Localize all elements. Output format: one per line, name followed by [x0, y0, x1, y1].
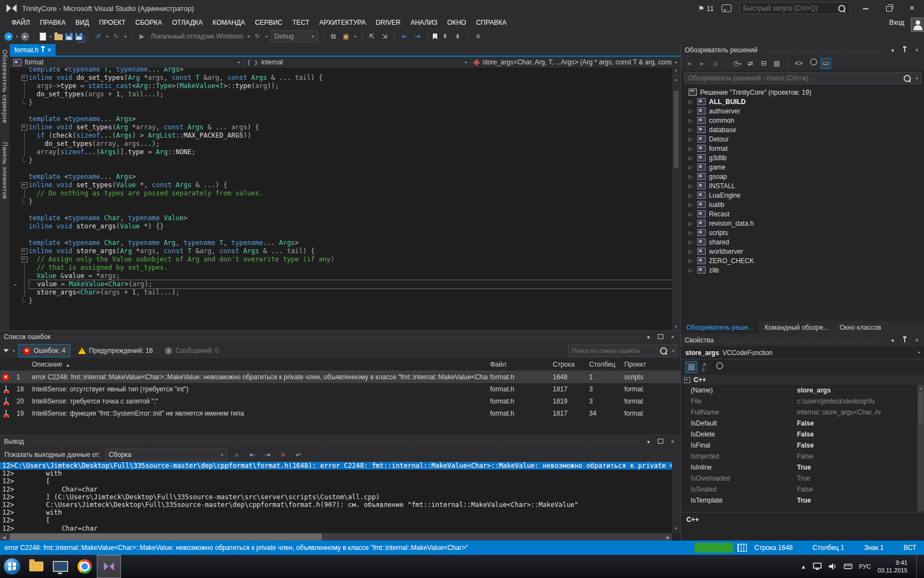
collapse-all-icon[interactable]: ⊟	[759, 59, 768, 67]
expand-arrow-icon[interactable]: ▷	[689, 183, 694, 189]
expand-arrow-icon[interactable]: ▷	[689, 146, 694, 151]
menu-item[interactable]: ВИД	[70, 18, 94, 28]
window-position-icon[interactable]: ▾	[645, 439, 652, 445]
code-line[interactable]: // Do nothing as types are passed separa…	[10, 189, 680, 198]
fold-toggle-icon[interactable]	[21, 257, 28, 263]
feedback-icon[interactable]	[722, 4, 732, 12]
navigate-forward-icon[interactable]: ▸	[21, 32, 29, 41]
goto-definition-icon[interactable]: ⇱	[367, 31, 377, 41]
code-line[interactable]	[10, 165, 680, 173]
object-combobox[interactable]: store_args VCCodeFunction ▾	[681, 346, 924, 359]
solution-tree-item[interactable]: ▷common	[681, 116, 924, 125]
maximize-panel-icon[interactable]	[657, 439, 664, 445]
property-row[interactable]: IsDefaultFalse	[681, 418, 924, 429]
open-file-icon[interactable]	[54, 34, 63, 40]
solution-tree-item[interactable]: ▷shared	[681, 237, 924, 247]
menu-item[interactable]: ФАЙЛ	[7, 18, 35, 28]
column-description[interactable]: Описание▲	[30, 361, 488, 368]
language-indicator[interactable]: РУС	[859, 563, 871, 570]
show-all-files-icon[interactable]: ▤	[772, 59, 782, 67]
errors-toggle[interactable]: ✕Ошибок: 4	[18, 344, 70, 357]
restart-dropdown[interactable]: ▾	[266, 34, 268, 39]
editor-vertical-scrollbar[interactable]: ▾ ▲ ▼	[672, 68, 680, 330]
expand-arrow-icon[interactable]: ▷	[689, 230, 694, 236]
close-button[interactable]: ×	[904, 3, 920, 13]
menu-item[interactable]: АНАЛИЗ	[405, 18, 442, 28]
output-vertical-scrollbar[interactable]: ▼	[672, 450, 680, 533]
property-row[interactable]: IsOverloadedTrue	[681, 473, 924, 484]
property-row[interactable]: Filec:\users\jimteck\desktop\fu	[681, 396, 924, 407]
solution-tree-item[interactable]: ▷gsoap	[681, 172, 924, 181]
property-row[interactable]: IsInlineTrue	[681, 462, 924, 473]
indent-icon[interactable]: ⇥	[413, 31, 422, 41]
column-file[interactable]: Файл	[488, 361, 551, 368]
scroll-up-icon[interactable]: ▲	[672, 76, 680, 83]
search-options-dropdown[interactable]: ▾	[916, 76, 918, 81]
output-source-combobox[interactable]: Сборка▾	[105, 449, 227, 461]
output-line[interactable]: 12> with	[0, 509, 680, 516]
code-line[interactable]: inline void do_set_types(Arg *args, cons…	[10, 74, 680, 82]
clear-all-icon[interactable]: ✕	[278, 451, 289, 459]
scrollbar-thumb[interactable]	[10, 533, 322, 541]
output-line[interactable]: 12> Char=char	[0, 486, 680, 493]
fold-toggle-icon[interactable]	[21, 124, 28, 130]
property-row[interactable]: FullNameinternal::store_args<Char, Ar	[681, 407, 924, 418]
toggle-bookmark-icon[interactable]	[433, 34, 437, 40]
menu-item[interactable]: СПРАВКА	[471, 18, 512, 28]
scroll-left-icon[interactable]: ◀	[0, 535, 8, 540]
close-panel-icon[interactable]: ×	[913, 337, 921, 343]
window-position-icon[interactable]: ▾	[645, 334, 652, 340]
property-row[interactable]: IsFinalFalse	[681, 440, 924, 451]
solution-tree-item[interactable]: ▷ALL_BUILD	[681, 97, 924, 106]
error-row[interactable]: 19IntelliSense: функция "fmt::SystemErro…	[0, 407, 680, 419]
taskbar-visual-studio-icon[interactable]	[97, 555, 121, 578]
solution-tree-item[interactable]: ▷scripts	[681, 228, 924, 237]
next-message-icon[interactable]: ⇥	[262, 451, 273, 459]
expand-arrow-icon[interactable]: ▷	[689, 99, 694, 105]
code-line[interactable]: template <typename Char, typename Arg, t…	[10, 239, 680, 247]
sync-with-active-document-icon[interactable]: ⇄	[746, 59, 755, 67]
splitter-grip[interactable]: ▾	[672, 68, 680, 76]
solution-tree-item[interactable]: ▷database	[681, 125, 924, 134]
side-tab[interactable]: Обозреватель серверов	[2, 50, 8, 123]
find-dropdown[interactable]: ▾	[354, 34, 356, 39]
expand-arrow-icon[interactable]: ▷	[689, 127, 694, 133]
expand-arrow-icon[interactable]: ▷	[689, 155, 694, 161]
preview-selected-items-icon[interactable]: ▭	[821, 58, 831, 69]
output-horizontal-scrollbar[interactable]: ◀ ▶	[0, 533, 672, 541]
code-line[interactable]: template <typename... Args>	[10, 173, 680, 181]
window-position-icon[interactable]: ▾	[889, 337, 897, 343]
code-line[interactable]: // Assign only the Value subobject of Ar…	[10, 255, 680, 264]
redo-dropdown[interactable]: ▾	[124, 34, 127, 39]
menu-item[interactable]: DRIVER	[371, 18, 405, 28]
volume-icon[interactable]	[828, 563, 837, 570]
tab-command-explorer[interactable]: Командный обозре...	[759, 321, 834, 334]
collapse-category-icon[interactable]	[684, 377, 690, 383]
fold-toggle-icon[interactable]	[21, 75, 28, 81]
code-line[interactable]: template <typename... Args>	[10, 115, 680, 123]
expand-arrow-icon[interactable]: ▷	[689, 239, 694, 245]
fold-toggle-icon[interactable]	[21, 182, 28, 188]
warnings-toggle[interactable]: Предупреждений: 16	[74, 345, 157, 357]
menu-item[interactable]: ПРАВКА	[35, 18, 70, 28]
navigate-back-icon[interactable]: ◂	[4, 32, 13, 41]
solution-tree-item[interactable]: ▷Recast	[681, 209, 924, 219]
solution-tree-item[interactable]: ▷authserver	[681, 106, 924, 116]
input-indicator-icon[interactable]	[844, 563, 853, 570]
expand-arrow-icon[interactable]: ▷	[689, 174, 694, 179]
property-row[interactable]: IsTemplateTrue	[681, 495, 924, 506]
code-line[interactable]: }	[10, 99, 680, 107]
redo-icon[interactable]: ↻	[111, 31, 121, 41]
property-row[interactable]: (Name)store_args	[681, 385, 924, 396]
solution-tree-item[interactable]: ▷lualib	[681, 200, 924, 209]
code-line[interactable]: inline void store_args(Arg *args, const …	[10, 247, 680, 255]
scroll-down-icon[interactable]: ▼	[672, 323, 680, 330]
code-line[interactable]: Value &value = *args;	[10, 272, 680, 280]
home-icon[interactable]: ⌂	[711, 59, 720, 67]
menu-item[interactable]: СЕРВИС	[250, 18, 288, 28]
code-line[interactable]: inline void set_types(Value *, const Arg…	[10, 181, 680, 189]
restore-button[interactable]	[881, 4, 897, 13]
code-line[interactable]: template <typename Char, typename Value>	[10, 214, 680, 222]
view-code-icon[interactable]: <>	[794, 59, 804, 67]
solution-tree-item[interactable]: ▷zlib	[681, 265, 924, 275]
